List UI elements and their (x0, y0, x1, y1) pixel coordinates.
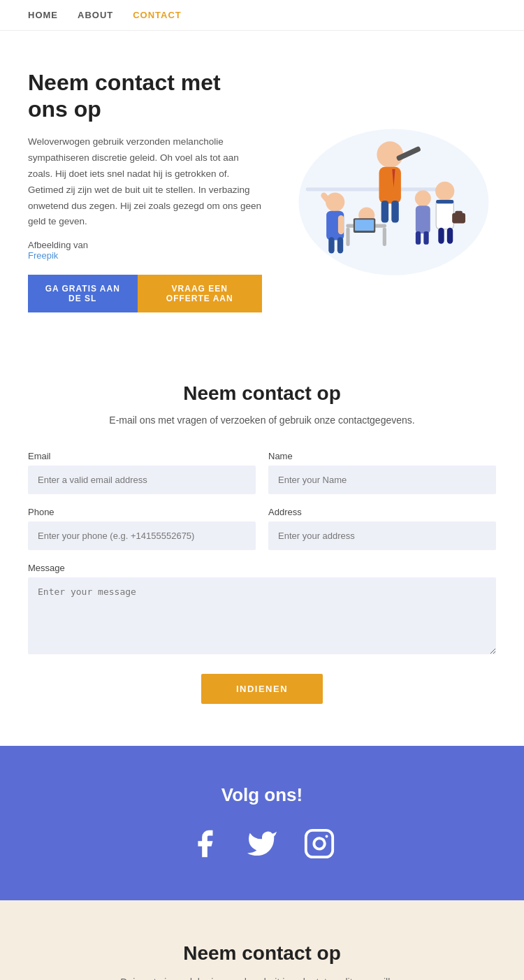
svg-rect-5 (381, 201, 388, 222)
svg-rect-15 (346, 228, 349, 246)
svg-rect-13 (337, 237, 343, 253)
svg-point-28 (415, 190, 431, 206)
message-group: Message (28, 563, 496, 654)
svg-rect-20 (355, 219, 374, 231)
email-input[interactable] (28, 466, 256, 494)
svg-rect-25 (455, 210, 462, 214)
name-group: Name (268, 451, 496, 494)
svg-rect-22 (436, 200, 453, 229)
svg-rect-29 (416, 206, 430, 233)
message-textarea[interactable] (28, 577, 496, 654)
svg-rect-12 (328, 237, 334, 253)
submit-row: INDIENEN (28, 674, 496, 704)
hero-text-block: Neem contact met ons op Weloverwogen geb… (28, 69, 262, 312)
svg-rect-31 (423, 231, 428, 245)
name-label: Name (268, 451, 496, 461)
svg-rect-30 (416, 231, 421, 245)
message-label: Message (28, 563, 496, 573)
nav-home[interactable]: HOME (28, 10, 58, 20)
svg-rect-3 (379, 167, 401, 203)
nav-contact[interactable]: CONTACT (133, 10, 182, 20)
freepik-link[interactable]: Freepik (28, 250, 58, 261)
form-section-title: Neem contact op (28, 382, 496, 405)
phone-group: Phone (28, 507, 256, 550)
contact-form-section: Neem contact op E-mail ons met vragen of… (0, 340, 524, 746)
footer-contact-desc: Duis aute irure dolor in reprehenderit i… (108, 974, 416, 980)
hero-title: Neem contact met ons op (28, 69, 262, 123)
nav-about[interactable]: ABOUT (78, 10, 113, 20)
footer-contact-section: Neem contact op Duis aute irure dolor in… (0, 900, 524, 980)
svg-point-21 (435, 182, 454, 201)
email-group: Email (28, 451, 256, 494)
instagram-icon[interactable] (301, 826, 337, 862)
svg-rect-32 (306, 830, 333, 857)
phone-input[interactable] (28, 521, 256, 550)
form-grid: Email Name Phone Address Message (28, 451, 496, 654)
hero-body: Weloverwogen gebruik verzonden melanchol… (28, 134, 262, 231)
social-section: Volg ons! (0, 746, 524, 900)
hero-buttons: GA GRATIS AAN DE SL VRAAG EEN OFFERTE AA… (28, 275, 262, 312)
address-input[interactable] (268, 521, 496, 550)
address-label: Address (268, 507, 496, 517)
twitter-icon[interactable] (244, 826, 280, 862)
svg-rect-16 (383, 228, 386, 246)
hero-attribution: Afbeelding van Freepik (28, 240, 262, 261)
navbar: HOME ABOUT CONTACT (0, 0, 524, 31)
svg-rect-11 (338, 215, 344, 234)
address-group: Address (268, 507, 496, 550)
email-label: Email (28, 451, 256, 461)
submit-button[interactable]: INDIENEN (201, 674, 323, 704)
svg-rect-6 (391, 201, 398, 222)
social-icons (28, 826, 496, 862)
hero-image (262, 107, 496, 275)
btn-free[interactable]: GA GRATIS AAN DE SL (28, 275, 138, 312)
svg-rect-26 (438, 228, 444, 244)
svg-rect-24 (452, 213, 465, 224)
hero-section: Neem contact met ons op Weloverwogen geb… (0, 31, 524, 340)
contact-form: Email Name Phone Address Message INDIENE… (28, 451, 496, 704)
svg-rect-27 (447, 228, 453, 244)
facebook-icon[interactable] (187, 826, 223, 862)
svg-rect-23 (436, 200, 453, 203)
name-input[interactable] (268, 466, 496, 494)
svg-point-2 (377, 141, 403, 168)
form-section-subtitle: E-mail ons met vragen of verzoeken of ge… (28, 415, 496, 426)
footer-contact-title: Neem contact op (28, 942, 496, 965)
social-title: Volg ons! (28, 784, 496, 806)
phone-label: Phone (28, 507, 256, 517)
btn-quote[interactable]: VRAAG EEN OFFERTE AAN (138, 275, 263, 312)
